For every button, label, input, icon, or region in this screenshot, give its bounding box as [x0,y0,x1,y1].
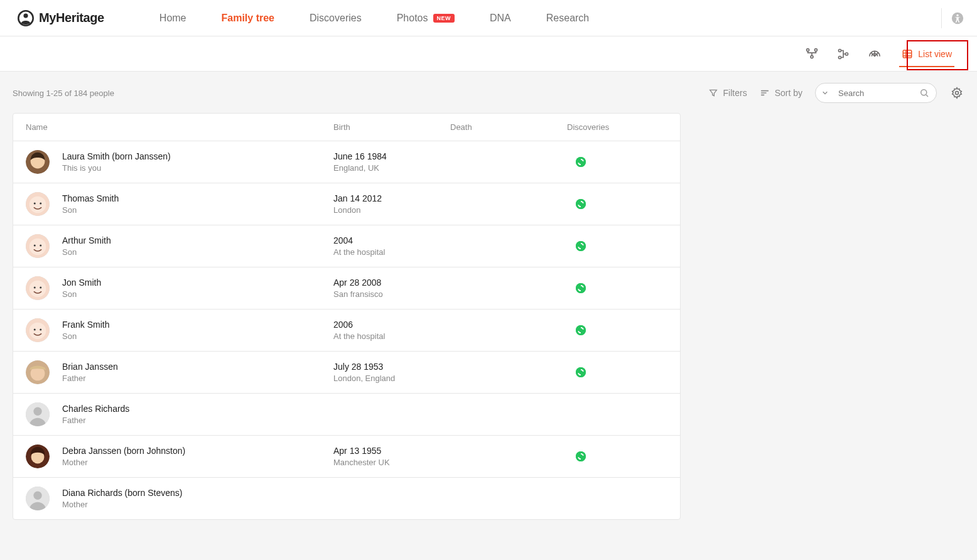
discovery-badge[interactable] [576,367,586,377]
divider [941,8,942,28]
discovery-cell [567,283,667,293]
person-relation: Mother [62,500,182,509]
brand-logo[interactable]: MyHeritage [18,10,104,26]
col-discoveries[interactable]: Discoveries [567,122,667,132]
filters-button[interactable]: Filters [708,88,747,98]
top-nav: MyHeritage Home Family tree Discoveries … [0,0,977,36]
discovery-badge[interactable] [576,157,586,167]
discovery-badge[interactable] [576,199,586,209]
svg-point-18 [815,48,818,51]
avatar [26,150,50,174]
col-name[interactable]: Name [26,122,333,132]
avatar [26,276,50,300]
nav-family-tree[interactable]: Family tree [222,13,274,24]
birth-cell: Apr 13 1955 Manchester UK [333,446,450,467]
person-relation: Son [62,289,101,299]
birth-cell [333,414,450,416]
search-input[interactable] [837,88,912,99]
svg-point-16 [956,14,958,16]
main-nav: Home Family tree Discoveries Photos NEW … [159,13,589,24]
search-icon [919,87,930,99]
table-row[interactable]: Diana Richards (born Stevens) Mother [13,477,680,519]
person-relation: Father [62,416,129,425]
list-workspace: Showing 1-25 of 184 people Filters Sort … [0,72,977,560]
discovery-badge[interactable] [576,325,586,335]
table-row[interactable]: Debra Janssen (born Johnston) Mother Apr… [13,435,680,477]
person-name: Debra Janssen (born Johnston) [62,446,185,456]
person-name: Brian Janssen [62,362,118,372]
view-tree-icon[interactable] [833,43,854,65]
avatar [26,402,50,426]
svg-point-25 [956,92,959,95]
person-name: Charles Richards [62,404,129,414]
table-row[interactable]: Thomas Smith Son Jan 14 2012 London [13,183,680,225]
nav-dna[interactable]: DNA [490,13,511,24]
top-right-controls [941,8,964,28]
discovery-cell [567,199,667,209]
filters-label: Filters [723,88,747,98]
person-name: Jon Smith [62,277,101,288]
svg-point-22 [846,52,848,55]
view-fan-icon[interactable] [864,43,885,65]
birth-cell: June 16 1984 England, UK [333,151,450,173]
avatar [26,487,50,510]
table-row[interactable]: Jon Smith Son Apr 28 2008 San fransisco [13,267,680,309]
new-badge: NEW [433,14,455,23]
table-row[interactable]: Frank Smith Son 2006 At the hospital [13,309,680,351]
discovery-cell [567,241,667,251]
view-list-button[interactable]: List view [895,45,958,63]
birth-cell: 2004 At the hospital [333,235,450,257]
view-toolbar: List view [0,36,977,72]
person-relation: Father [62,374,118,383]
birth-cell: July 28 1953 London, England [333,362,450,383]
table-header: Name Birth Death Discoveries [13,114,680,141]
avatar [26,318,50,342]
brand-name: MyHeritage [39,11,104,25]
table-row[interactable]: Laura Smith (born Janssen) This is you J… [13,141,680,183]
person-relation: Mother [62,458,185,467]
filter-icon [708,88,718,98]
person-relation: Son [62,247,111,257]
people-table: Name Birth Death Discoveries Laura Smith… [13,113,681,520]
discovery-cell [567,325,667,335]
avatar [26,360,50,384]
search-scope-chevron[interactable] [819,86,831,100]
search-box[interactable] [815,83,937,103]
discovery-cell [567,451,667,461]
person-relation: Son [62,205,119,215]
sortby-label: Sort by [775,88,802,98]
table-row[interactable]: Charles Richards Father [13,393,680,435]
col-birth[interactable]: Birth [333,122,450,132]
chevron-down-icon [822,90,828,96]
discovery-badge[interactable] [576,241,586,251]
svg-point-14 [23,13,28,18]
list-view-icon [902,48,913,60]
svg-point-17 [807,48,809,51]
svg-point-20 [839,49,841,51]
table-row[interactable]: Arthur Smith Son 2004 At the hospital [13,225,680,267]
discovery-badge[interactable] [576,451,586,461]
birth-cell: Jan 14 2012 London [333,193,450,215]
settings-button[interactable] [949,85,964,100]
discovery-cell [567,157,667,167]
accessibility-icon[interactable] [951,11,964,25]
nav-research[interactable]: Research [546,13,589,24]
svg-point-24 [921,90,927,95]
discovery-cell [567,367,667,377]
nav-home[interactable]: Home [159,13,186,24]
sortby-button[interactable]: Sort by [760,88,802,98]
birth-cell: 2006 At the hospital [333,320,450,341]
view-pedigree-icon[interactable] [801,43,823,65]
nav-photos[interactable]: Photos NEW [397,13,455,24]
avatar [26,234,50,258]
person-name: Thomas Smith [62,193,119,203]
birth-cell [333,498,450,500]
showing-count: Showing 1-25 of 184 people [13,89,696,98]
table-row[interactable]: Brian Janssen Father July 28 1953 London… [13,351,680,393]
col-death[interactable]: Death [450,122,567,132]
svg-rect-23 [904,50,912,58]
nav-discoveries[interactable]: Discoveries [310,13,362,24]
person-relation: Son [62,331,109,341]
nav-photos-label: Photos [397,13,428,24]
discovery-badge[interactable] [576,283,586,293]
